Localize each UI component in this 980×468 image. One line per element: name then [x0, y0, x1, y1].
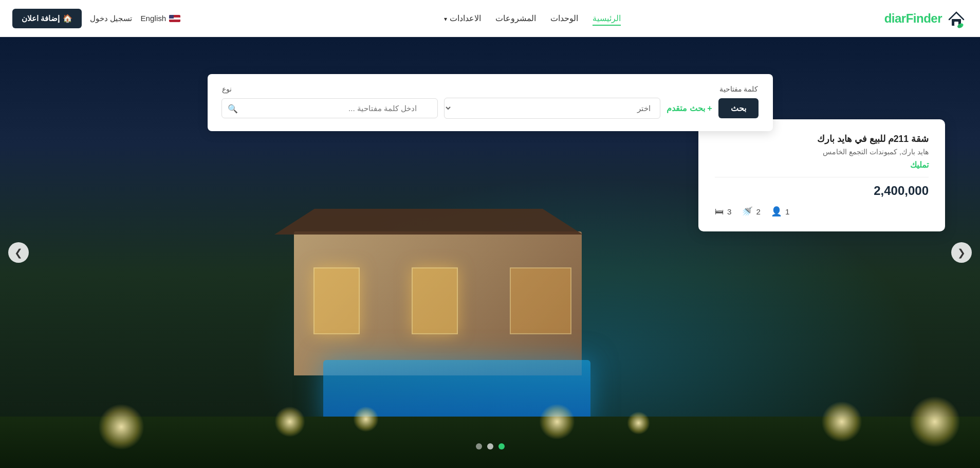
type-select-group: اختر شقة فيلا أرض محل تجاري [444, 98, 660, 119]
signin-button[interactable]: تسجيل دخول [90, 14, 132, 23]
property-divider [715, 177, 929, 177]
window-glow-3 [510, 267, 571, 334]
ground-light-3 [539, 404, 575, 440]
feature-area: 1 👤 [771, 206, 789, 217]
lang-label: English [140, 14, 166, 23]
bed-icon: 🛏 [715, 206, 724, 217]
svg-rect-0 [945, 7, 968, 30]
slider-dot-1[interactable] [498, 443, 505, 449]
window-glow-1 [313, 267, 360, 334]
slider-dot-2[interactable] [487, 443, 493, 449]
search-labels-row: كلمة مفتاحية نوع [222, 84, 759, 94]
type-label: نوع [222, 84, 232, 94]
search-icon: 🔍 [228, 103, 238, 113]
type-select[interactable]: اختر شقة فيلا أرض محل تجاري [444, 98, 660, 119]
svg-rect-2 [954, 22, 958, 26]
home-icon: 🏠 [63, 14, 72, 23]
property-price: 2,400,000 [715, 184, 929, 198]
property-card: شقة 211م للبيع في هايد بارك هايد بارك, ك… [698, 119, 945, 231]
language-selector[interactable]: English [140, 14, 180, 23]
window-glow-2 [412, 267, 458, 334]
navbar: diarFinder الرئيسية الوحدات المشروعات ال… [0, 0, 980, 37]
search-button[interactable]: بحث [718, 98, 759, 118]
search-inputs-row: بحث + بحث متقدم اختر شقة فيلا أرض محل تج… [222, 98, 759, 119]
slider-dots [476, 443, 505, 449]
brand-name: diarFinder [884, 11, 942, 26]
search-overlay: كلمة مفتاحية نوع بحث + بحث متقدم اختر شق… [208, 74, 773, 131]
ground-light-5 [821, 401, 862, 442]
keyword-input[interactable] [221, 98, 438, 118]
nav-item-units[interactable]: الوحدات [550, 13, 578, 23]
slider-next-button[interactable]: ❯ [8, 242, 29, 263]
nav-item-settings[interactable]: الاعدادات ▾ [444, 13, 481, 23]
nav-item-home[interactable]: الرئيسية [593, 13, 621, 23]
slider-prev-button[interactable]: ❮ [951, 242, 972, 263]
nav-item-projects[interactable]: المشروعات [495, 13, 536, 23]
hero-section: كلمة مفتاحية نوع بحث + بحث متقدم اختر شق… [0, 37, 980, 468]
brand-logo[interactable]: diarFinder [884, 7, 968, 30]
nav-links: الرئيسية الوحدات المشروعات الاعدادات ▾ [444, 13, 621, 23]
property-type: تمليك [715, 160, 929, 170]
keyword-input-group: 🔍 [221, 98, 438, 118]
property-features: 1 👤 2 🚿 3 🛏 [715, 206, 929, 217]
ground-light-1 [274, 406, 305, 437]
us-flag-icon [169, 15, 180, 22]
ground-light-6 [909, 396, 960, 447]
keyword-label: كلمة مفتاحية [719, 84, 759, 94]
bath-icon: 🚿 [742, 206, 753, 217]
house-roof-decor [274, 209, 583, 235]
feature-baths: 2 🚿 [742, 206, 760, 217]
property-location: هايد بارك, كمبوندات التجمع الخامس [715, 148, 929, 156]
feature-beds: 3 🛏 [715, 206, 731, 217]
advanced-search-button[interactable]: + بحث متقدم [667, 103, 712, 113]
add-listing-button[interactable]: 🏠 إضافة اعلان [12, 9, 82, 28]
nav-actions: English تسجيل دخول 🏠 إضافة اعلان [12, 9, 180, 28]
ground-light-7 [98, 404, 144, 450]
slider-dot-3[interactable] [476, 443, 482, 449]
property-title: شقة 211م للبيع في هايد بارك [715, 134, 929, 145]
area-icon: 👤 [771, 206, 782, 217]
ground-light-2 [353, 406, 379, 432]
logo-icon [945, 7, 968, 30]
dropdown-arrow: ▾ [444, 15, 449, 23]
